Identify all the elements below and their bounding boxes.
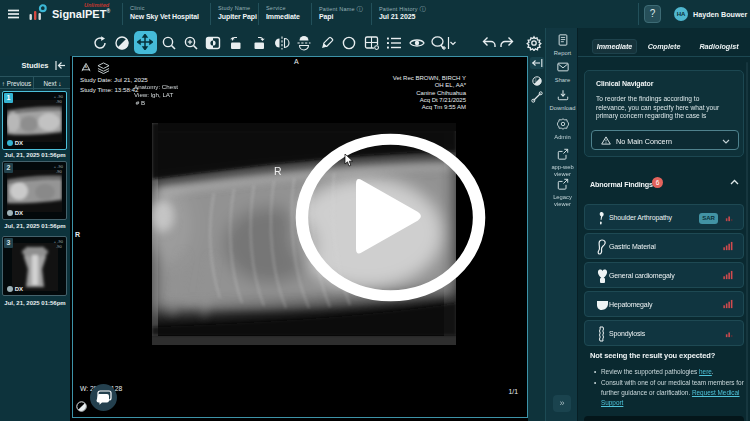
svg-text:R: R [274, 165, 282, 177]
svg-text:A: A [84, 64, 87, 69]
